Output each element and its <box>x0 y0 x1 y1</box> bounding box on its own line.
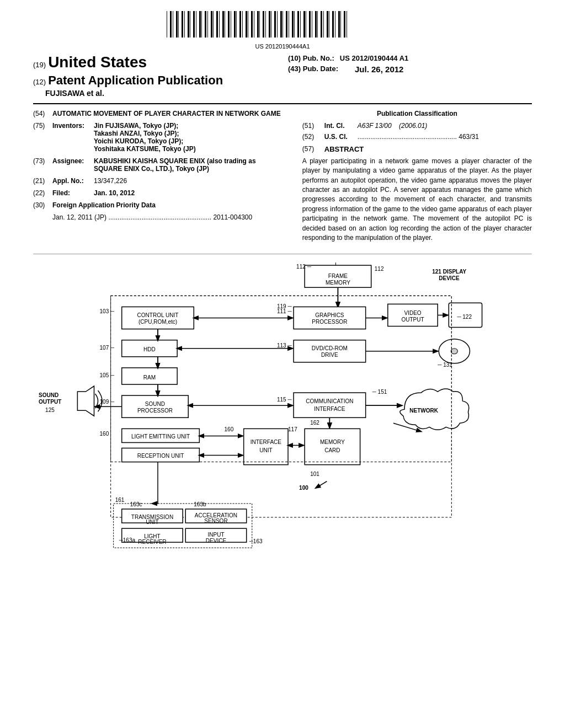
header-divider <box>33 103 532 104</box>
abstract-title: ABSTRACT <box>324 145 364 153</box>
us-cl-dots: ........................................… <box>358 133 479 141</box>
svg-rect-28 <box>248 11 248 38</box>
svg-text:INPUT: INPUT <box>207 532 224 538</box>
appl-key: Appl. No.: <box>52 177 94 185</box>
country-label: (19) <box>33 61 46 69</box>
right-col: Publication Classification (51) Int. Cl.… <box>302 110 532 243</box>
svg-rect-16 <box>213 11 214 38</box>
foreign-data: Jan. 12, 2011 (JP) .....................… <box>52 213 286 221</box>
svg-rect-54 <box>323 11 324 38</box>
svg-rect-61 <box>344 11 345 38</box>
svg-text:119 ─: 119 ─ <box>277 304 292 310</box>
int-cl-year: (2006.01) <box>399 122 427 130</box>
svg-text:MEMORY: MEMORY <box>320 439 345 445</box>
svg-rect-2 <box>173 11 173 38</box>
svg-rect-9 <box>193 11 195 38</box>
int-cl-value-text: A63F 13/00 <box>358 122 392 130</box>
svg-text:117: 117 <box>288 427 297 433</box>
svg-text:GRAPHICS: GRAPHICS <box>315 312 344 318</box>
svg-text:OUTPUT: OUTPUT <box>401 317 424 323</box>
svg-text:107 ─: 107 ─ <box>100 345 115 351</box>
int-cl-num: (51) <box>302 122 324 130</box>
svg-rect-47 <box>303 11 305 38</box>
svg-rect-46 <box>300 11 301 38</box>
svg-text:RAM: RAM <box>143 374 156 381</box>
svg-text:NETWORK: NETWORK <box>409 408 439 414</box>
svg-text:PROCESSOR: PROCESSOR <box>137 408 173 414</box>
svg-rect-42 <box>289 11 289 38</box>
svg-rect-45 <box>297 11 299 38</box>
svg-text:─163a: ─163a <box>119 538 136 544</box>
inv-label: Inventors: <box>52 122 94 153</box>
header-left: (19) United States (12) Patent Applicati… <box>33 54 277 98</box>
svg-text:─ 122: ─ 122 <box>456 314 472 320</box>
svg-text:─ 131: ─ 131 <box>437 362 452 368</box>
assignee-label: Assignee: <box>52 157 94 173</box>
filed-num: (22) <box>33 189 52 197</box>
us-cl-num: (52) <box>302 133 324 141</box>
svg-text:INTERFACE: INTERFACE <box>314 406 345 412</box>
int-cl-value: A63F 13/00 (2006.01) <box>358 122 428 130</box>
svg-line-151 <box>316 481 327 488</box>
svg-text:163b: 163b <box>194 501 206 507</box>
svg-text:CARD: CARD <box>324 447 340 453</box>
title-field: (54) AUTOMATIC MOVEMENT OF PLAYER CHARAC… <box>33 110 286 117</box>
svg-text:(CPU,ROM,etc): (CPU,ROM,etc) <box>138 319 177 325</box>
svg-text:LIGHT EMITTING UNIT: LIGHT EMITTING UNIT <box>131 433 190 440</box>
appl-num-label: (21) <box>33 177 52 185</box>
svg-rect-4 <box>178 11 179 38</box>
svg-rect-33 <box>263 11 264 38</box>
svg-rect-25 <box>239 11 241 38</box>
svg-rect-1 <box>170 11 172 38</box>
svg-rect-32 <box>259 11 260 38</box>
svg-rect-26 <box>242 11 243 38</box>
svg-rect-27 <box>246 11 247 38</box>
svg-rect-62 <box>347 11 347 38</box>
int-cl-row: (51) Int. Cl. A63F 13/00 (2006.01) <box>302 122 532 130</box>
svg-text:CONTROL UNIT: CONTROL UNIT <box>137 312 179 318</box>
svg-rect-14 <box>207 11 208 38</box>
svg-text:INTERFACE: INTERFACE <box>250 439 282 445</box>
svg-rect-10 <box>196 11 196 38</box>
patent-type: Patent Application Publication <box>48 73 223 88</box>
svg-text:COMMUNICATION: COMMUNICATION <box>306 398 353 404</box>
diagram-svg: FRAME MEMORY 112 112 ─ GRAPHICS PROCESSO… <box>33 260 532 548</box>
appl-field: (21) Appl. No.: 13/347,226 <box>33 177 286 185</box>
page: US 20120190444A1 (19) United States (12)… <box>0 0 565 728</box>
patent-number-top: US 20120190444A1 <box>33 43 532 50</box>
svg-rect-44 <box>294 11 295 38</box>
svg-point-98 <box>451 349 457 354</box>
svg-text:DVD/CD-ROM: DVD/CD-ROM <box>312 346 348 352</box>
svg-rect-50 <box>312 11 312 38</box>
svg-rect-52 <box>317 11 318 38</box>
svg-marker-112 <box>77 386 94 416</box>
abstract-num-row: (57) ABSTRACT <box>302 145 532 153</box>
svg-text:163c: 163c <box>130 501 142 507</box>
svg-rect-35 <box>269 11 270 38</box>
country-name: United States <box>48 54 147 71</box>
svg-text:DRIVE: DRIVE <box>321 352 338 358</box>
main-content: (54) AUTOMATIC MOVEMENT OF PLAYER CHARAC… <box>33 110 532 243</box>
svg-text:125: 125 <box>45 408 55 414</box>
svg-rect-43 <box>292 11 294 38</box>
header-right: (10) Pub. No.: US 2012/0190444 A1 (43) P… <box>277 54 532 74</box>
svg-text:RECEPTION UNIT: RECEPTION UNIT <box>137 453 184 459</box>
svg-rect-8 <box>190 11 190 38</box>
svg-text:RECEIVER: RECEIVER <box>138 539 166 545</box>
svg-rect-21 <box>228 11 230 38</box>
svg-rect-0 <box>167 11 167 38</box>
us-cl-value: 463/31 <box>459 133 479 141</box>
assignee-field: (73) Assignee: KABUSHIKI KAISHA SQUARE E… <box>33 157 286 173</box>
svg-text:160: 160 <box>225 427 234 433</box>
svg-rect-34 <box>265 11 266 38</box>
svg-text:DEVICE: DEVICE <box>206 538 227 544</box>
title-content: AUTOMATIC MOVEMENT OF PLAYER CHARACTER I… <box>52 110 286 117</box>
svg-text:112 ─: 112 ─ <box>296 264 312 270</box>
svg-rect-51 <box>315 11 317 38</box>
inventors-line: FUJISAWA et al. <box>45 89 277 98</box>
inventors-field: (75) Inventors: Jin FUJISAWA, Tokyo (JP)… <box>33 122 286 153</box>
svg-rect-114 <box>294 393 366 417</box>
svg-text:PROCESSOR: PROCESSOR <box>312 319 347 325</box>
barcode-area <box>33 11 532 41</box>
svg-rect-20 <box>225 11 225 38</box>
